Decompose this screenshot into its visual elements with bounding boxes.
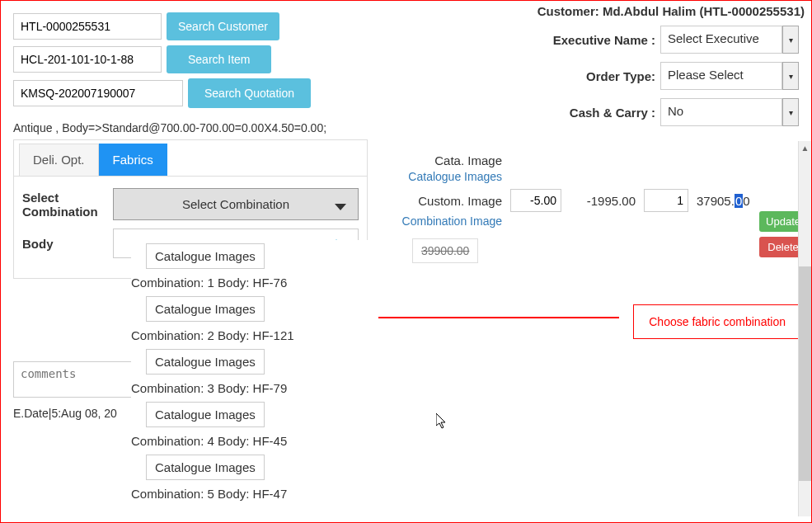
product-summary: Antique , Body=>Standard@700.00-700.00=0… <box>13 121 799 134</box>
catalogue-images-option[interactable]: Catalogue Images <box>146 455 265 480</box>
original-price: 39900.00 <box>412 238 478 263</box>
order-type-select[interactable]: Please Select <box>660 62 782 90</box>
price-value: 37905.00 <box>697 194 750 208</box>
combination-option-3[interactable]: Combination: 3 Body: HF-79 <box>131 378 378 398</box>
tab-deli-opt[interactable]: Deli. Opt. <box>19 144 99 176</box>
qty-input[interactable] <box>644 189 688 212</box>
catalogue-images-link[interactable]: Catalogue Images <box>408 170 502 183</box>
search-quotation-button[interactable]: Search Quotation <box>188 78 311 108</box>
chevron-down-icon[interactable]: ▾ <box>782 62 799 90</box>
vertical-scrollbar[interactable]: ▲ <box>798 141 811 516</box>
select-combination-label: Select Combination <box>22 191 113 219</box>
cata-image-label: Cata. Image <box>399 153 502 167</box>
combination-option-5[interactable]: Combination: 5 Body: HF-47 <box>131 483 378 504</box>
discount-input[interactable] <box>510 189 561 212</box>
executive-name-label: Executive Name : <box>553 33 655 47</box>
combination-option-2[interactable]: Combination: 2 Body: HF-121 <box>131 325 378 346</box>
quotation-id-input[interactable] <box>13 80 183 106</box>
catalogue-images-option[interactable]: Catalogue Images <box>146 402 265 427</box>
combination-option-1[interactable]: Combination: 1 Body: HF-76 <box>131 272 378 293</box>
annotation-callout: Choose fabric combination <box>633 304 801 339</box>
body-label: Body <box>22 237 113 251</box>
body-dropdown-list: Catalogue Images Combination: 1 Body: HF… <box>131 240 378 504</box>
catalogue-images-option[interactable]: Catalogue Images <box>146 296 265 322</box>
order-type-label: Order Type: <box>586 69 655 83</box>
item-id-input[interactable] <box>13 46 162 73</box>
catalogue-images-option[interactable]: Catalogue Images <box>146 349 265 375</box>
update-button[interactable]: Update <box>759 211 799 232</box>
customer-header: Customer: Md.Abdul Halim (HTL-0000255531… <box>537 4 805 18</box>
scrollbar-thumb[interactable] <box>799 266 812 481</box>
chevron-down-icon[interactable]: ▾ <box>782 26 799 54</box>
tab-fabrics[interactable]: Fabrics <box>99 144 167 176</box>
cursor-icon <box>436 413 449 434</box>
search-customer-button[interactable]: Search Customer <box>167 12 279 40</box>
right-panel: Cata. Image Catalogue Images Custom. Ima… <box>399 153 799 265</box>
select-combination-dropdown[interactable]: Select Combination <box>113 188 359 220</box>
combination-image-link[interactable]: Combination Image <box>402 214 502 228</box>
delete-button[interactable]: Delete <box>759 237 799 257</box>
scroll-up-icon[interactable]: ▲ <box>799 141 811 154</box>
custom-image-label: Custom. Image <box>399 194 502 208</box>
executive-select[interactable]: Select Executive <box>660 26 782 54</box>
catalogue-images-option[interactable]: Catalogue Images <box>146 243 265 269</box>
customer-id-input[interactable] <box>13 13 162 40</box>
search-item-button[interactable]: Search Item <box>167 45 271 73</box>
combination-option-4[interactable]: Combination: 4 Body: HF-45 <box>131 431 378 451</box>
adjust-value: -1995.00 <box>570 194 636 208</box>
